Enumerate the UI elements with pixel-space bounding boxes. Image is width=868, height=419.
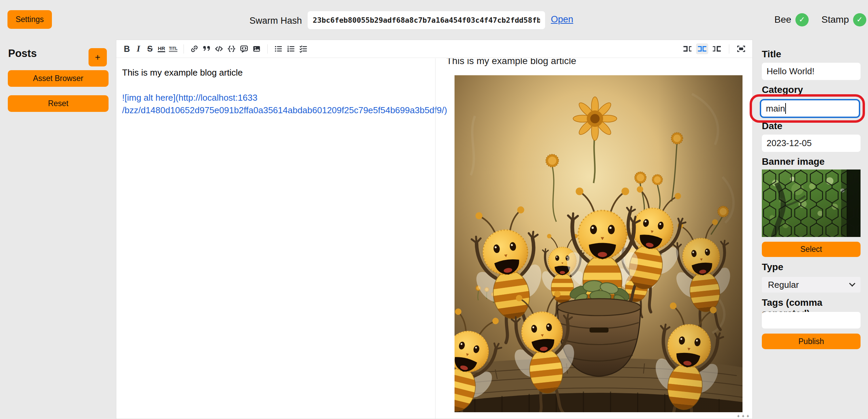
image-icon[interactable] <box>251 43 262 54</box>
swarm-hash-label: Swarm Hash <box>237 16 302 26</box>
code-icon[interactable] <box>213 43 225 54</box>
text-caret <box>785 103 786 114</box>
swarm-hash-input[interactable] <box>308 11 545 29</box>
bee-status-label: Bee <box>774 14 791 25</box>
type-label: Type <box>762 262 783 273</box>
markdown-image-syntax-line2: /bzz/d1480d10652d975e091b2ffa0a35614abda… <box>122 104 428 117</box>
tags-input[interactable] <box>762 312 861 328</box>
ordered-list-icon[interactable] <box>285 43 296 54</box>
title-icon[interactable]: TITL <box>168 43 178 54</box>
unordered-list-icon[interactable] <box>273 43 284 54</box>
fullscreen-icon[interactable] <box>735 43 747 54</box>
split-view-icon[interactable] <box>696 43 708 54</box>
title-input[interactable] <box>762 63 861 80</box>
app-window: Settings Swarm Hash Open Bee ✓ Stamp ✓ P… <box>0 0 868 419</box>
toolbar-separator <box>267 44 268 54</box>
checklist-icon[interactable] <box>298 43 309 54</box>
markdown-image-syntax-line1: ![img alt here](http://localhost:1633 <box>122 92 428 104</box>
type-selected-value: Regular <box>768 280 799 290</box>
date-input[interactable] <box>762 135 861 152</box>
stamp-check-icon: ✓ <box>853 13 866 26</box>
asset-browser-button[interactable]: Asset Browser <box>8 70 109 87</box>
markdown-preview-pane: This is my example blog article <box>436 58 752 419</box>
title-label: Title <box>762 49 781 60</box>
code-block-icon[interactable] <box>226 43 237 54</box>
reset-button[interactable]: Reset <box>8 95 109 112</box>
add-post-button[interactable]: + <box>89 48 107 66</box>
italic-icon[interactable]: I <box>133 43 143 54</box>
category-label: Category <box>762 84 803 95</box>
preview-paragraph: This is my example blog article <box>446 58 752 66</box>
type-select[interactable]: Regular <box>762 277 861 293</box>
chevron-down-icon <box>849 280 855 286</box>
toolbar-separator <box>729 44 729 54</box>
select-banner-button[interactable]: Select <box>762 242 861 257</box>
markdown-editor-panel: B I S HR TITL <box>116 40 753 419</box>
toolbar-separator <box>184 44 184 54</box>
stamp-status-label: Stamp <box>822 14 849 25</box>
bee-check-icon: ✓ <box>795 13 809 26</box>
banner-image-thumbnail <box>762 169 861 237</box>
preview-only-view-icon[interactable] <box>711 43 723 54</box>
strikethrough-icon[interactable]: S <box>145 43 155 54</box>
posts-heading: Posts <box>8 47 37 60</box>
date-label: Date <box>762 121 783 132</box>
horizontal-rule-icon[interactable]: HR <box>156 43 167 54</box>
markdown-source-editor[interactable]: This is my example blog article ![img al… <box>116 58 435 419</box>
quote-icon[interactable] <box>201 43 212 54</box>
bold-icon[interactable]: B <box>122 43 132 54</box>
category-value: main <box>766 103 785 114</box>
settings-button[interactable]: Settings <box>7 10 52 29</box>
markdown-text-line: This is my example blog article <box>122 66 428 79</box>
link-icon[interactable] <box>189 43 200 54</box>
editor-resize-handle[interactable]: + + + <box>737 413 750 419</box>
blog-post-image <box>455 75 742 412</box>
publish-button[interactable]: Publish <box>762 334 861 349</box>
comment-code-icon[interactable] <box>238 43 250 54</box>
banner-image-label: Banner image <box>762 156 825 167</box>
open-link[interactable]: Open <box>551 14 573 25</box>
category-input[interactable]: main <box>760 99 860 118</box>
editor-toolbar: B I S HR TITL <box>116 40 752 58</box>
node-status-group: Bee ✓ Stamp ✓ <box>774 12 866 27</box>
editor-only-view-icon[interactable] <box>681 43 694 54</box>
